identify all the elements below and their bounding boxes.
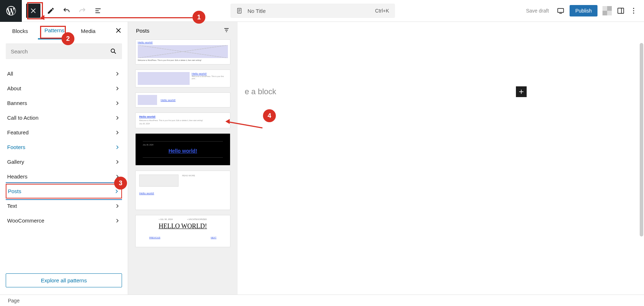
pattern-preview-1[interactable]: Hello world! Welcome to WordPress. This … (135, 39, 230, 64)
document-title-bar[interactable]: No Title Ctrl+K (230, 4, 395, 18)
svg-point-18 (111, 49, 114, 52)
pattern-preview-2[interactable]: Hello world!Welcome to WordPress. This i… (135, 70, 230, 87)
chevron-right-icon (114, 115, 121, 121)
block-placeholder[interactable]: e a block (245, 87, 276, 96)
edit-tool-icon[interactable] (47, 7, 55, 15)
search-input[interactable] (6, 43, 122, 59)
category-all[interactable]: All (6, 66, 122, 81)
preview-panel-title: Posts (136, 28, 150, 34)
toggle-inserter-button[interactable] (26, 4, 40, 18)
chevron-right-icon (114, 173, 121, 180)
shortcut-hint: Ctrl+K (375, 8, 389, 14)
search-icon (110, 48, 117, 55)
svg-rect-11 (618, 8, 624, 14)
editor-footer: Page (0, 295, 644, 306)
pattern-preview-3[interactable]: Hello world! (135, 92, 230, 107)
category-headers[interactable]: Headers (6, 169, 122, 184)
category-footers[interactable]: Footers (6, 140, 122, 154)
svg-point-14 (633, 10, 634, 11)
chevron-right-icon (114, 144, 121, 150)
publish-button[interactable]: Publish (570, 5, 597, 16)
chevron-right-icon (114, 203, 121, 209)
footer-breadcrumb[interactable]: Page (8, 298, 20, 303)
inserter-sidebar: Blocks Patterns Media All About Banners … (0, 22, 128, 295)
wordpress-logo[interactable] (0, 0, 22, 22)
pattern-preview-5[interactable]: July 30, 2024 Hello world! (135, 133, 230, 166)
svg-rect-9 (558, 9, 564, 13)
chevron-right-icon (114, 129, 121, 136)
chevron-right-icon (114, 217, 121, 224)
top-toolbar: No Title Ctrl+K Save draft Publish (0, 0, 644, 22)
filter-icon[interactable] (223, 27, 230, 34)
jetpack-icon[interactable] (602, 6, 612, 15)
settings-panel-icon[interactable] (617, 7, 625, 15)
explore-patterns-button[interactable]: Explore all patterns (6, 273, 122, 287)
document-overview-icon[interactable] (94, 7, 102, 15)
tab-media[interactable]: Media (74, 23, 102, 39)
pattern-preview-4[interactable]: Hello world! Welcome to WordPress. This … (135, 113, 230, 128)
category-cta[interactable]: Call to Action (6, 110, 122, 125)
category-posts[interactable]: Posts (6, 184, 122, 199)
page-icon (236, 8, 243, 14)
view-icon[interactable] (557, 7, 565, 15)
save-draft-button[interactable]: Save draft (523, 6, 552, 16)
tab-patterns[interactable]: Patterns (38, 22, 71, 39)
close-inserter-icon[interactable] (115, 27, 122, 35)
chevron-right-icon (113, 188, 120, 195)
pattern-preview-7[interactable]: • JUL 30, 2024• UNCATEGORIZED HELLO WORL… (135, 215, 230, 247)
add-block-button[interactable] (516, 86, 527, 97)
svg-line-19 (114, 52, 116, 54)
svg-point-15 (633, 13, 634, 14)
chevron-right-icon (114, 100, 121, 106)
category-gallery[interactable]: Gallery (6, 154, 122, 169)
chevron-right-icon (114, 85, 121, 92)
pattern-preview-6[interactable]: READ MORE Hello world! (135, 171, 230, 210)
tab-blocks[interactable]: Blocks (6, 23, 34, 39)
category-banners[interactable]: Banners (6, 96, 122, 110)
editor-canvas[interactable]: e a block (238, 22, 644, 295)
pattern-preview-panel: Posts Hello world! Welcome to WordPress.… (128, 22, 238, 295)
chevron-right-icon (114, 159, 121, 165)
search-field[interactable] (11, 48, 110, 54)
chevron-right-icon (114, 71, 121, 77)
category-featured[interactable]: Featured (6, 125, 122, 140)
svg-point-13 (633, 8, 634, 9)
undo-icon[interactable] (63, 7, 70, 15)
options-icon[interactable] (630, 7, 638, 15)
redo-icon[interactable] (78, 7, 86, 15)
category-about[interactable]: About (6, 81, 122, 96)
category-text[interactable]: Text (6, 199, 122, 213)
category-woocommerce[interactable]: WooCommerce (6, 213, 122, 228)
document-title: No Title (248, 8, 370, 14)
